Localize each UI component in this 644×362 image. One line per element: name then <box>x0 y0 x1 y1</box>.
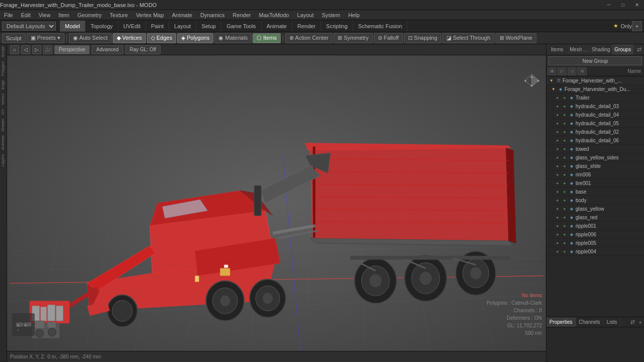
tab-mesh[interactable]: Mesh ‥. <box>569 44 591 55</box>
menu-render[interactable]: Render <box>228 10 255 20</box>
tab-schematic[interactable]: Schematic Fusion <box>353 21 408 32</box>
symmetry-button[interactable]: ⊞ Symmetry <box>334 33 373 43</box>
tab-game-tools[interactable]: Game Tools <box>221 21 262 32</box>
tree-item-glass-shite[interactable]: ● ● ◈ glass_shite <box>546 162 644 170</box>
collapse-all-button[interactable]: ◁ <box>568 67 577 75</box>
tree-item-hyd02[interactable]: ● ● ◈ hydraulic_detail_02 <box>546 128 644 136</box>
tree-item-glass-yellow-sides[interactable]: ● ● ◈ glass_yellow_sides <box>546 153 644 162</box>
vert-label-uv[interactable]: UV <box>0 107 7 117</box>
falloff-button[interactable]: ⊘ Falloff <box>374 33 403 43</box>
view-cube[interactable]: ▲ ▼ ◄ ► <box>521 69 543 92</box>
menu-maxtomodo[interactable]: MaxToModo <box>255 10 293 20</box>
vert-label-edge[interactable]: Edge <box>0 78 7 92</box>
menu-geometry[interactable]: Geometry <box>73 10 106 20</box>
snapping-button[interactable]: ⊡ Snapping <box>404 33 442 43</box>
menu-item[interactable]: Item <box>54 10 73 20</box>
viewport-nav-home[interactable]: ⌂ <box>10 45 19 54</box>
filter-button[interactable]: ⊞ <box>547 67 556 75</box>
menu-animate[interactable]: Animate <box>168 10 196 20</box>
tree-item-tire001[interactable]: ● ● ◈ tire001 <box>546 179 644 188</box>
tree-item-hyd05[interactable]: ● ● ◈ hydraulic_detail_05 <box>546 119 644 128</box>
navigation-gizmo[interactable]: ||| ⊡ ⊕ <box>12 313 35 336</box>
edges-button[interactable]: ◇ Edges <box>147 33 176 43</box>
sculpt-button[interactable]: Sculpt <box>2 33 26 43</box>
advanced-button[interactable]: Advanced <box>92 45 123 54</box>
expand-panel-button[interactable]: ⇄ <box>634 44 644 55</box>
props-options-button[interactable]: + <box>637 317 644 327</box>
viewport-canvas[interactable]: ▲ ▼ ◄ ► ||| ⊡ ⊕ No Items <box>7 55 546 351</box>
vert-label-vertex[interactable]: Vertex <box>0 92 7 107</box>
perspective-button[interactable]: Perspective <box>54 45 90 54</box>
tree-item-trailer[interactable]: ● ● ◈ Trailer <box>546 94 644 102</box>
viewport-area[interactable]: ⌂ ◁ ▷ 🎥 Perspective Advanced Ray GL: Off <box>7 44 546 362</box>
tree-item-hyd04[interactable]: ● ● ◈ hydraulic_detail_04 <box>546 111 644 119</box>
tab-uvedit[interactable]: UVEdit <box>118 21 146 32</box>
tab-groups[interactable]: Groups <box>612 44 634 55</box>
tree-item-base[interactable]: ● ● ◈ base <box>546 188 644 196</box>
tree-item-towed[interactable]: ● ● ◈ towed <box>546 145 644 153</box>
tree-item-ripple001[interactable]: ● ● ◈ ripple001 <box>546 222 644 230</box>
vert-label-shader[interactable]: Shader <box>0 117 7 134</box>
tree-item-hyd03[interactable]: ● ● ◈ hydraulic_detail_03 <box>546 102 644 111</box>
props-tab-channels[interactable]: Channels <box>576 317 604 327</box>
select-through-button[interactable]: ◪ Select Through <box>442 33 494 43</box>
viewport-nav-next[interactable]: ▷ <box>32 45 41 54</box>
tree-item-body[interactable]: ● ● ◈ body <box>546 196 644 205</box>
link-button[interactable]: ⊘ <box>578 67 587 75</box>
polygons-button[interactable]: ◈ Polygons <box>177 33 213 43</box>
menu-edit[interactable]: Edit <box>17 10 35 20</box>
presets-button[interactable]: ▣ Presets ▾ <box>27 33 64 43</box>
vertices-button[interactable]: ◆ Vertices <box>113 33 146 43</box>
tab-paint[interactable]: Paint <box>146 21 169 32</box>
tab-scripting[interactable]: Scripting <box>321 21 353 32</box>
action-center-button[interactable]: ⊕ Action Center <box>285 33 333 43</box>
vert-label-layers[interactable]: Layers <box>0 152 7 168</box>
tab-setup[interactable]: Setup <box>196 21 221 32</box>
tab-topology[interactable]: Topology <box>86 21 118 32</box>
menu-dynamics[interactable]: Dynamics <box>196 10 228 20</box>
tree-item-hyd06[interactable]: ● ● ◈ hydraulic_detail_06 <box>546 136 644 145</box>
scene-tree[interactable]: ▼ ☰ Forage_Harvester_with_... ▼ ◈ Forage… <box>546 76 644 317</box>
tree-item-ripple004[interactable]: ● ● ◈ ripple004 <box>546 247 644 256</box>
viewport-nav-prev[interactable]: ◁ <box>21 45 30 54</box>
menu-system[interactable]: System <box>317 10 344 20</box>
vert-label-animate[interactable]: Animate <box>0 133 7 152</box>
menu-texture[interactable]: Texture <box>106 10 132 20</box>
tree-item-glass-red[interactable]: ● ● ◈ glass_red <box>546 213 644 222</box>
tree-item-rim006[interactable]: ● ● ◈ rim006 <box>546 170 644 179</box>
close-button[interactable]: ✕ <box>630 0 644 10</box>
vert-label-sculpt[interactable]: Sculpt <box>0 44 7 59</box>
tab-items[interactable]: Items <box>546 44 569 55</box>
menu-layout[interactable]: Layout <box>293 10 317 20</box>
layout-selector[interactable]: Default Layouts <box>2 22 56 31</box>
menu-file[interactable]: File <box>0 10 17 20</box>
props-expand-button[interactable]: ⇄ <box>628 317 637 327</box>
tab-layout[interactable]: Layout <box>169 21 196 32</box>
props-tab-properties[interactable]: Properties <box>546 317 576 327</box>
add-tab-button[interactable]: + <box>632 21 642 31</box>
items-button[interactable]: ⬡ Items <box>253 33 281 43</box>
viewport-nav-camera[interactable]: 🎥 <box>43 45 52 54</box>
materials-button[interactable]: ◉ Materials <box>214 33 252 43</box>
tree-item-ripple005[interactable]: ● ● ◈ ripple005 <box>546 239 644 247</box>
minimize-button[interactable]: ─ <box>602 0 616 10</box>
tab-animate[interactable]: Animate <box>262 21 292 32</box>
tree-item-glass-yellow[interactable]: ● ● ◈ glass_yellow <box>546 205 644 213</box>
tab-shading[interactable]: Shading <box>590 44 612 55</box>
tab-model[interactable]: Model <box>60 21 86 32</box>
workplane-button[interactable]: ⊞ WorkPlane <box>496 33 537 43</box>
menu-view[interactable]: View <box>35 10 55 20</box>
tree-item-ripple006[interactable]: ● ● ◈ ripple006 <box>546 230 644 239</box>
tab-render-mode[interactable]: Render <box>292 21 321 32</box>
new-group-button[interactable]: New Group <box>548 56 642 65</box>
tree-item-forage[interactable]: ▼ ◈ Forage_Harvester_with_Du... <box>546 85 644 94</box>
props-tab-lists[interactable]: Lists <box>604 317 621 327</box>
vert-label-polygon[interactable]: Polygon <box>0 59 7 78</box>
menu-vertex-map[interactable]: Vertex Map <box>132 10 168 20</box>
expand-all-button[interactable]: ▷ <box>557 67 567 75</box>
ray-gl-button[interactable]: Ray GL: Off <box>125 45 161 54</box>
tree-root-group[interactable]: ▼ ☰ Forage_Harvester_with_... <box>546 76 644 85</box>
maximize-button[interactable]: □ <box>616 0 630 10</box>
menu-help[interactable]: Help <box>344 10 364 20</box>
auto-select-button[interactable]: ◉ Auto Select <box>69 33 112 43</box>
